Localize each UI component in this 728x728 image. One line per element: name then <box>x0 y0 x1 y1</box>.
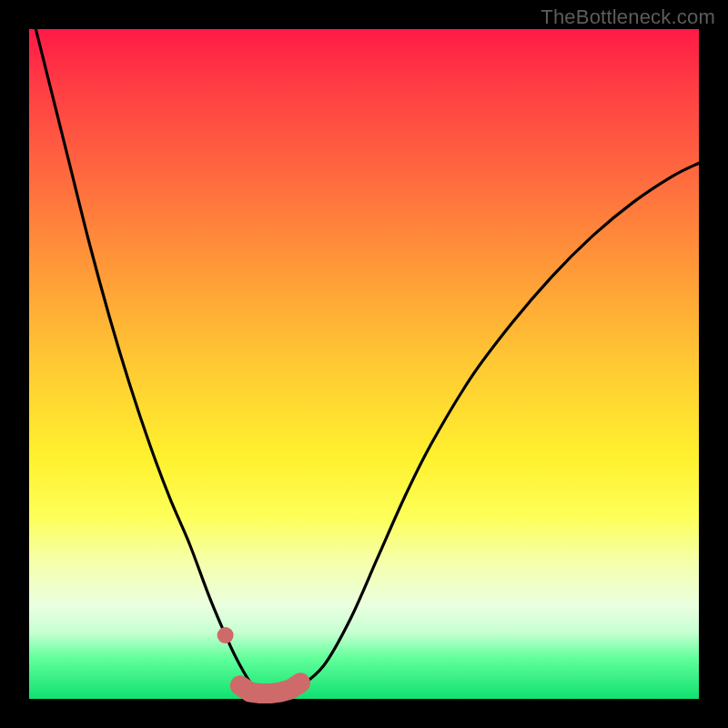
plot-area <box>29 29 699 699</box>
bottleneck-curve-svg <box>29 29 699 699</box>
marker-dot <box>217 627 234 643</box>
watermark-text: TheBottleneck.com <box>541 5 715 29</box>
chart-frame: TheBottleneck.com <box>0 0 728 728</box>
optimal-range-markers <box>217 627 300 693</box>
bottleneck-curve <box>29 3 699 696</box>
marker-track <box>240 682 300 693</box>
